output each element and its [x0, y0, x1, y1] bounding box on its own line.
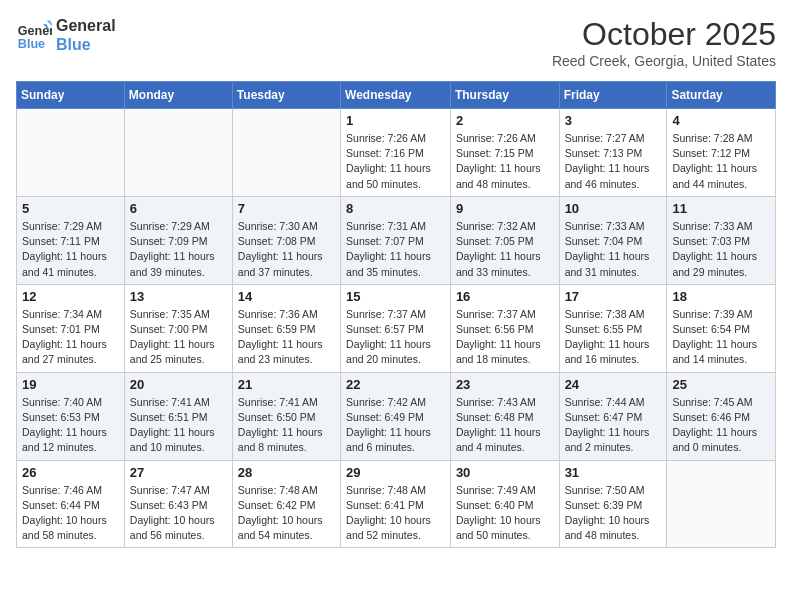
- day-number: 1: [346, 113, 445, 128]
- day-number: 27: [130, 465, 227, 480]
- day-number: 5: [22, 201, 119, 216]
- day-info: Sunrise: 7:44 AM Sunset: 6:47 PM Dayligh…: [565, 395, 662, 456]
- calendar-cell: 24Sunrise: 7:44 AM Sunset: 6:47 PM Dayli…: [559, 372, 667, 460]
- day-number: 16: [456, 289, 554, 304]
- day-info: Sunrise: 7:43 AM Sunset: 6:48 PM Dayligh…: [456, 395, 554, 456]
- logo-line1: General: [56, 16, 116, 35]
- day-number: 24: [565, 377, 662, 392]
- weekday-header-monday: Monday: [124, 82, 232, 109]
- week-row-5: 26Sunrise: 7:46 AM Sunset: 6:44 PM Dayli…: [17, 460, 776, 548]
- calendar-cell: 28Sunrise: 7:48 AM Sunset: 6:42 PM Dayli…: [232, 460, 340, 548]
- day-number: 12: [22, 289, 119, 304]
- day-number: 31: [565, 465, 662, 480]
- calendar-cell: [667, 460, 776, 548]
- day-number: 26: [22, 465, 119, 480]
- calendar-cell: 13Sunrise: 7:35 AM Sunset: 7:00 PM Dayli…: [124, 284, 232, 372]
- day-number: 14: [238, 289, 335, 304]
- logo-line2: Blue: [56, 35, 116, 54]
- day-info: Sunrise: 7:26 AM Sunset: 7:16 PM Dayligh…: [346, 131, 445, 192]
- calendar-cell: 22Sunrise: 7:42 AM Sunset: 6:49 PM Dayli…: [341, 372, 451, 460]
- day-number: 19: [22, 377, 119, 392]
- calendar-cell: 15Sunrise: 7:37 AM Sunset: 6:57 PM Dayli…: [341, 284, 451, 372]
- day-info: Sunrise: 7:37 AM Sunset: 6:56 PM Dayligh…: [456, 307, 554, 368]
- day-info: Sunrise: 7:41 AM Sunset: 6:50 PM Dayligh…: [238, 395, 335, 456]
- calendar-cell: 4Sunrise: 7:28 AM Sunset: 7:12 PM Daylig…: [667, 109, 776, 197]
- calendar-cell: 29Sunrise: 7:48 AM Sunset: 6:41 PM Dayli…: [341, 460, 451, 548]
- day-info: Sunrise: 7:42 AM Sunset: 6:49 PM Dayligh…: [346, 395, 445, 456]
- day-info: Sunrise: 7:34 AM Sunset: 7:01 PM Dayligh…: [22, 307, 119, 368]
- day-number: 22: [346, 377, 445, 392]
- day-info: Sunrise: 7:50 AM Sunset: 6:39 PM Dayligh…: [565, 483, 662, 544]
- calendar: SundayMondayTuesdayWednesdayThursdayFrid…: [16, 81, 776, 548]
- day-number: 17: [565, 289, 662, 304]
- calendar-cell: [17, 109, 125, 197]
- calendar-cell: 20Sunrise: 7:41 AM Sunset: 6:51 PM Dayli…: [124, 372, 232, 460]
- calendar-cell: 31Sunrise: 7:50 AM Sunset: 6:39 PM Dayli…: [559, 460, 667, 548]
- day-info: Sunrise: 7:41 AM Sunset: 6:51 PM Dayligh…: [130, 395, 227, 456]
- day-number: 2: [456, 113, 554, 128]
- day-info: Sunrise: 7:35 AM Sunset: 7:00 PM Dayligh…: [130, 307, 227, 368]
- day-number: 3: [565, 113, 662, 128]
- calendar-cell: [232, 109, 340, 197]
- day-number: 6: [130, 201, 227, 216]
- calendar-cell: 23Sunrise: 7:43 AM Sunset: 6:48 PM Dayli…: [450, 372, 559, 460]
- day-info: Sunrise: 7:38 AM Sunset: 6:55 PM Dayligh…: [565, 307, 662, 368]
- day-number: 25: [672, 377, 770, 392]
- week-row-2: 5Sunrise: 7:29 AM Sunset: 7:11 PM Daylig…: [17, 196, 776, 284]
- weekday-header-sunday: Sunday: [17, 82, 125, 109]
- day-number: 30: [456, 465, 554, 480]
- calendar-cell: 26Sunrise: 7:46 AM Sunset: 6:44 PM Dayli…: [17, 460, 125, 548]
- day-info: Sunrise: 7:32 AM Sunset: 7:05 PM Dayligh…: [456, 219, 554, 280]
- day-info: Sunrise: 7:28 AM Sunset: 7:12 PM Dayligh…: [672, 131, 770, 192]
- day-info: Sunrise: 7:47 AM Sunset: 6:43 PM Dayligh…: [130, 483, 227, 544]
- calendar-cell: [124, 109, 232, 197]
- day-info: Sunrise: 7:26 AM Sunset: 7:15 PM Dayligh…: [456, 131, 554, 192]
- calendar-cell: 11Sunrise: 7:33 AM Sunset: 7:03 PM Dayli…: [667, 196, 776, 284]
- location: Reed Creek, Georgia, United States: [552, 53, 776, 69]
- logo: General Blue General Blue: [16, 16, 116, 54]
- day-info: Sunrise: 7:36 AM Sunset: 6:59 PM Dayligh…: [238, 307, 335, 368]
- day-number: 29: [346, 465, 445, 480]
- day-info: Sunrise: 7:31 AM Sunset: 7:07 PM Dayligh…: [346, 219, 445, 280]
- day-info: Sunrise: 7:39 AM Sunset: 6:54 PM Dayligh…: [672, 307, 770, 368]
- day-number: 9: [456, 201, 554, 216]
- weekday-header-saturday: Saturday: [667, 82, 776, 109]
- weekday-header-thursday: Thursday: [450, 82, 559, 109]
- day-info: Sunrise: 7:33 AM Sunset: 7:04 PM Dayligh…: [565, 219, 662, 280]
- day-number: 8: [346, 201, 445, 216]
- calendar-cell: 25Sunrise: 7:45 AM Sunset: 6:46 PM Dayli…: [667, 372, 776, 460]
- day-number: 10: [565, 201, 662, 216]
- calendar-cell: 17Sunrise: 7:38 AM Sunset: 6:55 PM Dayli…: [559, 284, 667, 372]
- weekday-header-friday: Friday: [559, 82, 667, 109]
- day-info: Sunrise: 7:49 AM Sunset: 6:40 PM Dayligh…: [456, 483, 554, 544]
- weekday-header-wednesday: Wednesday: [341, 82, 451, 109]
- page-header: General Blue General Blue October 2025 R…: [16, 16, 776, 69]
- calendar-cell: 9Sunrise: 7:32 AM Sunset: 7:05 PM Daylig…: [450, 196, 559, 284]
- calendar-cell: 7Sunrise: 7:30 AM Sunset: 7:08 PM Daylig…: [232, 196, 340, 284]
- calendar-cell: 6Sunrise: 7:29 AM Sunset: 7:09 PM Daylig…: [124, 196, 232, 284]
- day-number: 15: [346, 289, 445, 304]
- logo-icon: General Blue: [16, 17, 52, 53]
- calendar-cell: 10Sunrise: 7:33 AM Sunset: 7:04 PM Dayli…: [559, 196, 667, 284]
- title-block: October 2025 Reed Creek, Georgia, United…: [552, 16, 776, 69]
- day-info: Sunrise: 7:37 AM Sunset: 6:57 PM Dayligh…: [346, 307, 445, 368]
- day-number: 11: [672, 201, 770, 216]
- week-row-1: 1Sunrise: 7:26 AM Sunset: 7:16 PM Daylig…: [17, 109, 776, 197]
- day-number: 13: [130, 289, 227, 304]
- day-number: 7: [238, 201, 335, 216]
- day-info: Sunrise: 7:27 AM Sunset: 7:13 PM Dayligh…: [565, 131, 662, 192]
- svg-text:Blue: Blue: [18, 37, 45, 51]
- day-info: Sunrise: 7:33 AM Sunset: 7:03 PM Dayligh…: [672, 219, 770, 280]
- day-info: Sunrise: 7:30 AM Sunset: 7:08 PM Dayligh…: [238, 219, 335, 280]
- day-info: Sunrise: 7:40 AM Sunset: 6:53 PM Dayligh…: [22, 395, 119, 456]
- calendar-cell: 30Sunrise: 7:49 AM Sunset: 6:40 PM Dayli…: [450, 460, 559, 548]
- day-number: 28: [238, 465, 335, 480]
- day-info: Sunrise: 7:45 AM Sunset: 6:46 PM Dayligh…: [672, 395, 770, 456]
- calendar-cell: 12Sunrise: 7:34 AM Sunset: 7:01 PM Dayli…: [17, 284, 125, 372]
- day-info: Sunrise: 7:48 AM Sunset: 6:41 PM Dayligh…: [346, 483, 445, 544]
- calendar-cell: 2Sunrise: 7:26 AM Sunset: 7:15 PM Daylig…: [450, 109, 559, 197]
- day-info: Sunrise: 7:46 AM Sunset: 6:44 PM Dayligh…: [22, 483, 119, 544]
- month-title: October 2025: [552, 16, 776, 53]
- calendar-cell: 8Sunrise: 7:31 AM Sunset: 7:07 PM Daylig…: [341, 196, 451, 284]
- day-number: 21: [238, 377, 335, 392]
